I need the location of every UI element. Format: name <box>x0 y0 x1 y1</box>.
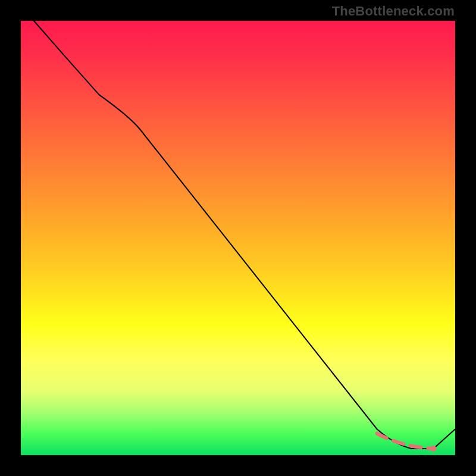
chart-frame: TheBottleneck.com <box>0 0 476 476</box>
chart-svg <box>21 21 455 455</box>
optimal-point-marker <box>431 446 437 452</box>
watermark-label: TheBottleneck.com <box>332 4 455 19</box>
plot-area <box>21 21 455 455</box>
bottleneck-curve <box>34 21 455 449</box>
